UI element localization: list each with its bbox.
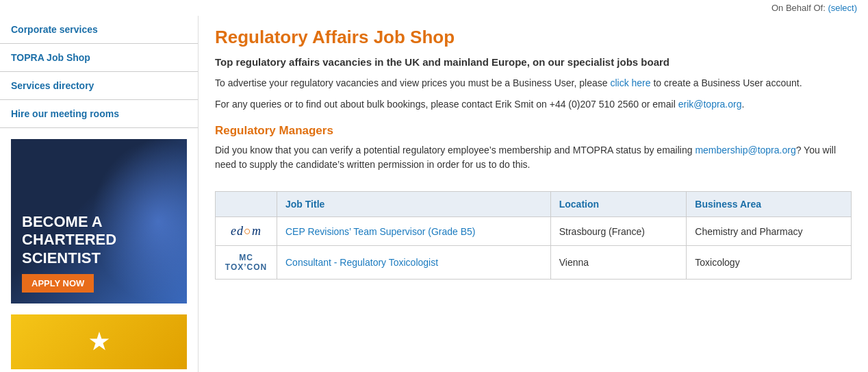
top-bar: On Behalf Of: (select) (0, 0, 868, 16)
queries-text-pre: For any queries or to find out about bul… (215, 99, 678, 110)
job-logo-cell: ed○m (216, 217, 277, 246)
banner-line1: BECOME A (22, 213, 176, 231)
col-header-logo (216, 192, 277, 217)
banner-line3: SCIENTIST (22, 249, 176, 267)
mctox-logo-cell: MC TOX’CON (216, 246, 277, 280)
jobs-table-header-row: Job Title Location Business Area (216, 192, 852, 217)
mctox-logo: MC TOX’CON (224, 253, 268, 272)
table-row: MC TOX’CON Consultant - Regulatory Toxic… (216, 246, 852, 280)
job-business-area-cell: Chemistry and Pharmacy (687, 217, 852, 246)
col-header-job-title: Job Title (277, 192, 551, 217)
reg-managers-text: Did you know that you can verify a poten… (215, 143, 852, 172)
jobs-table-header: Job Title Location Business Area (216, 192, 852, 217)
intro-text-pre: To advertise your regulatory vacancies a… (215, 77, 610, 88)
intro-text: To advertise your regulatory vacancies a… (215, 76, 852, 90)
sidebar: Corporate services TOPRA Job Shop Servic… (0, 16, 199, 372)
email-link-erik[interactable]: erik@topra.org (678, 99, 742, 110)
queries-text: For any queries or to find out about bul… (215, 97, 852, 112)
edom-logo: ed○m (224, 224, 268, 238)
jobs-table: Job Title Location Business Area ed○m CE… (215, 191, 852, 280)
sidebar-item-services-directory[interactable]: Services directory (0, 72, 198, 100)
edom-accent: ○ (244, 224, 252, 238)
banner-line2: CHARTERED (22, 231, 176, 249)
job-business-area-cell-2: Toxicology (687, 246, 852, 280)
page-layout: Corporate services TOPRA Job Shop Servic… (0, 16, 868, 372)
job-location-cell-2: Vienna (550, 246, 687, 280)
on-behalf-label: On Behalf Of: (771, 3, 826, 13)
sidebar-banner: BECOME A CHARTERED SCIENTIST APPLY NOW (11, 139, 187, 303)
on-behalf-select[interactable]: (select) (828, 3, 857, 13)
job-title-link-1[interactable]: CEP Revisions’ Team Supervisor (Grade B5… (285, 226, 476, 237)
reg-managers-pre: Did you know that you can verify a poten… (215, 145, 695, 156)
table-row: ed○m CEP Revisions’ Team Supervisor (Gra… (216, 217, 852, 246)
sidebar-nav: Corporate services TOPRA Job Shop Servic… (0, 16, 198, 128)
sidebar-item-hire-meeting-rooms[interactable]: Hire our meeting rooms (0, 100, 198, 128)
job-title-cell: CEP Revisions’ Team Supervisor (Grade B5… (277, 217, 551, 246)
sidebar-item-corporate-services[interactable]: Corporate services (0, 16, 198, 44)
award-star-icon: ★ (89, 329, 109, 355)
reg-managers-title: Regulatory Managers (215, 124, 852, 138)
job-title-cell-2: Consultant - Regulatory Toxicologist (277, 246, 551, 280)
main-content: Regulatory Affairs Job Shop Top regulato… (199, 16, 868, 372)
sidebar-award-banner: ★ (11, 314, 187, 369)
banner-text: BECOME A CHARTERED SCIENTIST (22, 213, 176, 267)
sidebar-item-topra-job-shop[interactable]: TOPRA Job Shop (0, 44, 198, 72)
job-location-cell: Strasbourg (France) (550, 217, 687, 246)
intro-text-post: to create a Business User account. (651, 77, 802, 88)
col-header-business-area: Business Area (687, 192, 852, 217)
col-header-location: Location (550, 192, 687, 217)
apply-now-button[interactable]: APPLY NOW (22, 274, 94, 293)
job-title-link-2[interactable]: Consultant - Regulatory Toxicologist (285, 257, 438, 268)
email-link-membership[interactable]: membership@topra.org (695, 145, 795, 156)
click-here-link[interactable]: click here (610, 77, 650, 88)
queries-text-post: . (742, 99, 745, 110)
page-title: Regulatory Affairs Job Shop (215, 27, 852, 48)
jobs-table-body: ed○m CEP Revisions’ Team Supervisor (Gra… (216, 217, 852, 280)
tagline: Top regulatory affairs vacancies in the … (215, 56, 852, 68)
